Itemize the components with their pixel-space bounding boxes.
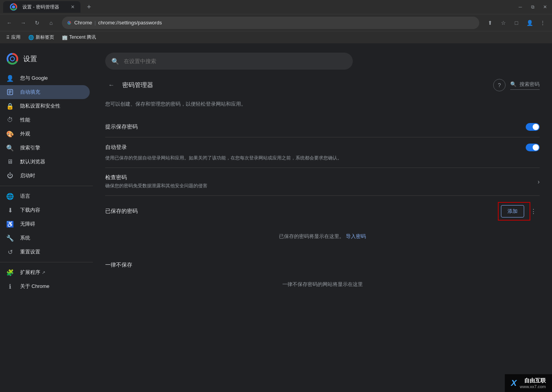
sidebar: 设置 👤 您与 Google 自动填充 🔒 隐私设置和安全性 ⏱ 性能 🎨 外观…	[0, 43, 93, 392]
autofill-icon	[6, 88, 14, 96]
svg-point-6	[11, 57, 14, 61]
sidebar-item-google[interactable]: 👤 您与 Google	[0, 71, 90, 85]
minimize-btn[interactable]: ─	[516, 3, 524, 11]
sidebar-item-startup[interactable]: ⏻ 启动时	[0, 169, 90, 183]
never-save-title: 一律不保存	[105, 262, 540, 269]
search-password-icon: 🔍	[510, 81, 516, 87]
language-icon: 🌐	[6, 192, 14, 200]
profile-btn[interactable]: 👤	[523, 17, 536, 29]
password-manager-title: 密码管理器	[122, 81, 489, 89]
home-btn[interactable]: ⌂	[45, 17, 57, 29]
downloads-icon: ⬇	[6, 206, 14, 214]
chrome-menu-btn[interactable]: ⋮	[537, 17, 549, 29]
performance-icon: ⏱	[6, 116, 14, 124]
search-engine-icon: 🔍	[6, 144, 14, 152]
sidebar-label-performance: 性能	[20, 116, 30, 123]
close-window-btn[interactable]: ✕	[541, 3, 549, 11]
sidebar-item-autofill[interactable]: 自动填充	[0, 85, 90, 99]
offer-save-toggle[interactable]	[526, 123, 540, 131]
sidebar-label-about: 关于 Chrome	[20, 283, 50, 290]
sidebar-label-language: 语言	[20, 193, 30, 200]
bookmark-btn[interactable]: ☆	[497, 17, 509, 29]
sidebar-item-about[interactable]: ℹ 关于 Chrome	[0, 279, 90, 293]
extensions-label-group: 扩展程序 ↗	[20, 269, 45, 276]
system-icon: 🔧	[6, 234, 14, 242]
main-content: 设置 👤 您与 Google 自动填充 🔒 隐私设置和安全性 ⏱ 性能 🎨 外观…	[0, 43, 552, 392]
bookmark-tencent[interactable]: 🏢 Tencent 腾讯	[59, 33, 99, 42]
watermark-url: www.xx7.com	[520, 384, 546, 389]
sidebar-item-browser[interactable]: 🖥 默认浏览器	[0, 155, 90, 169]
saved-passwords-section: 已保存的密码 添加 ⋮ 已保存的密码将显示在这里。 导入密码	[105, 205, 540, 249]
check-passwords-desc: 确保您的密码免受数据泄露和其他安全问题的侵害	[105, 183, 538, 189]
sidebar-item-privacy[interactable]: 🔒 隐私设置和安全性	[0, 99, 90, 113]
check-passwords-row[interactable]: 检查密码 确保您的密码免受数据泄露和其他安全问题的侵害 ›	[105, 168, 540, 196]
sidebar-item-language[interactable]: 🌐 语言	[0, 189, 90, 203]
active-tab[interactable]: 设置 - 密码管理器 ✕	[3, 1, 80, 13]
add-password-btn[interactable]: 添加	[501, 205, 524, 217]
address-separator: |	[94, 20, 96, 26]
back-btn[interactable]: ←	[3, 17, 15, 29]
sidebar-label-reset: 重置设置	[20, 248, 40, 255]
auto-login-toggle[interactable]	[526, 144, 540, 151]
chrome-logo	[6, 53, 19, 65]
sidebar-label-google: 您与 Google	[20, 75, 48, 82]
sidebar-item-appearance[interactable]: 🎨 外观	[0, 127, 90, 141]
nav-divider	[0, 186, 93, 186]
bookmark-apps[interactable]: ⠿ 应用	[3, 33, 24, 42]
new-tab-btn[interactable]: +	[84, 2, 94, 12]
watermark-logo: X	[511, 378, 517, 388]
sidebar-item-system[interactable]: 🔧 系统	[0, 231, 90, 245]
sidebar-label-search: 搜索引擎	[20, 144, 40, 151]
reload-btn[interactable]: ↻	[31, 17, 43, 29]
never-save-empty: 一律不保存密码的网站将显示在这里	[105, 275, 540, 294]
sidebar-item-downloads[interactable]: ⬇ 下载内容	[0, 203, 90, 217]
sidebar-label-extensions: 扩展程序	[20, 269, 40, 276]
sidebar-item-performance[interactable]: ⏱ 性能	[0, 113, 90, 127]
tab-close-btn[interactable]: ✕	[70, 4, 76, 10]
password-manager-header: ← 密码管理器 ? 🔍 搜索密码	[105, 79, 540, 91]
address-url: chrome://settings/passwords	[98, 20, 162, 26]
auto-login-header: 自动登录	[105, 144, 540, 151]
tab-title: 设置 - 密码管理器	[22, 4, 59, 10]
offer-save-row: 提示保存密码	[105, 117, 540, 137]
extension-panel-btn[interactable]: □	[510, 17, 523, 29]
apps-label: 应用	[11, 34, 21, 41]
more-options-btn[interactable]: ⋮	[527, 205, 540, 217]
newtab-label: 新标签页	[36, 34, 54, 41]
nav-divider-2	[0, 262, 93, 262]
external-link-icon: ↗	[42, 270, 45, 275]
bookmark-newtab[interactable]: 🌐 新标签页	[25, 33, 57, 42]
nav-right-buttons: ⬆ ☆ □ 👤 ⋮	[484, 17, 549, 29]
startup-icon: ⏻	[6, 172, 14, 180]
bookmarks-bar: ⠿ 应用 🌐 新标签页 🏢 Tencent 腾讯	[0, 31, 552, 43]
tencent-icon: 🏢	[62, 35, 68, 40]
appearance-icon: 🎨	[6, 130, 14, 138]
import-passwords-link[interactable]: 导入密码	[346, 233, 366, 239]
settings-search-bar[interactable]: 🔍	[105, 53, 353, 70]
address-bar[interactable]: Chrome | chrome://settings/passwords	[62, 17, 479, 29]
settings-search-input[interactable]	[124, 58, 347, 64]
check-passwords-content: 检查密码 确保您的密码免受数据泄露和其他安全问题的侵害	[105, 174, 538, 189]
sidebar-item-extensions[interactable]: 🧩 扩展程序 ↗	[0, 265, 90, 279]
apps-icon: ⠿	[6, 35, 10, 40]
sidebar-item-search[interactable]: 🔍 搜索引擎	[0, 141, 90, 155]
search-password-field[interactable]: 🔍 搜索密码	[510, 81, 540, 90]
sidebar-label-privacy: 隐私设置和安全性	[20, 103, 60, 110]
help-btn[interactable]: ?	[493, 79, 506, 91]
share-btn[interactable]: ⬆	[484, 17, 496, 29]
chevron-right-icon: ›	[538, 178, 540, 185]
restore-btn[interactable]: ⧉	[529, 3, 537, 11]
password-back-btn[interactable]: ←	[105, 79, 118, 91]
forward-btn[interactable]: →	[17, 17, 29, 29]
sidebar-label-downloads: 下载内容	[20, 207, 40, 214]
sidebar-item-accessibility[interactable]: ♿ 无障碍	[0, 217, 90, 231]
nav-bar: ← → ↻ ⌂ Chrome | chrome://settings/passw…	[0, 14, 552, 31]
saved-passwords-title: 已保存的密码	[105, 208, 501, 215]
settings-title: 设置	[23, 54, 37, 63]
reset-icon: ↺	[6, 248, 14, 256]
chrome-icon	[67, 20, 72, 26]
sidebar-item-reset[interactable]: ↺ 重置设置	[0, 245, 90, 259]
offer-save-label: 提示保存密码	[105, 123, 526, 130]
address-brand: Chrome	[74, 20, 92, 26]
title-bar: 设置 - 密码管理器 ✕ + ─ ⧉ ✕	[0, 0, 552, 14]
